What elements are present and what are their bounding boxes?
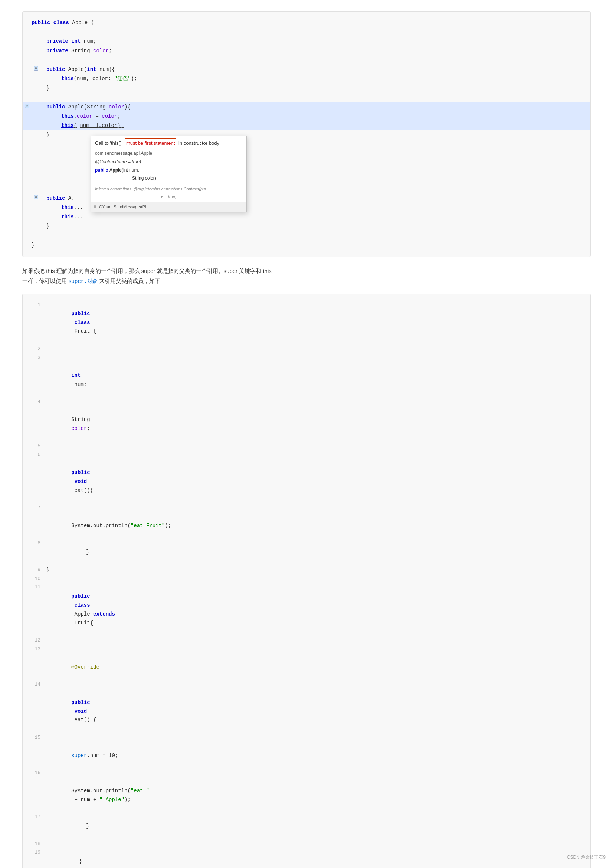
line-11: 11 public class Apple extends Fruit{ <box>30 583 583 636</box>
code-line-10: ⊙ public Apple(String color){ <box>23 102 590 112</box>
line-6: 6 public void eat(){ <box>30 451 583 504</box>
code-line-18: } <box>31 222 582 231</box>
tooltip-sig2: String color) <box>95 175 243 183</box>
prose-1-text1: 如果你把 this 理解为指向自身的一个引用，那么 super 就是指向父类的一… <box>22 268 272 274</box>
code-line-2 <box>31 28 582 37</box>
line-12: 12 <box>30 636 583 645</box>
line-2: 2 <box>30 345 583 354</box>
code-line-9 <box>31 93 582 102</box>
code-line-1: public class Apple { <box>31 18 582 28</box>
first-code-block: public class Apple { private int num; pr… <box>22 11 591 257</box>
line-4: 4 String color; <box>30 398 583 442</box>
line-7: 7 System.out.println("eat Fruit"); <box>30 504 583 539</box>
prose-1-inline-code: super.对象 <box>68 279 97 284</box>
code-line-11: this.color = color; <box>23 112 590 121</box>
code-line-12: this( num: 1,color); <box>23 121 590 130</box>
tooltip-inferred: Inferred annotations: @org.jetbrains.ann… <box>95 184 243 193</box>
tooltip-inferred2: e = true) <box>95 193 243 200</box>
prose-1-text3: 来引用父类的成员，如下 <box>99 278 160 284</box>
numbered-code: 1 public class Fruit { 2 3 int num; 4 <box>30 301 583 868</box>
line-18: 18 <box>30 840 583 849</box>
line-8: 8 } <box>30 539 583 566</box>
code-line-5 <box>31 56 582 65</box>
line-13: 13 @Override <box>30 645 583 680</box>
prose-1: 如果你把 this 理解为指向自身的一个引用，那么 super 就是指向父类的一… <box>22 266 591 286</box>
line-10: 10 <box>30 575 583 584</box>
code-line-17: this... <box>31 212 582 222</box>
line-1: 1 public class Fruit { <box>30 301 583 345</box>
line-14: 14 public void eat() { <box>30 680 583 734</box>
code-line-8: } <box>31 84 582 93</box>
code-line-6: ⊙ public Apple(int num){ <box>31 65 582 74</box>
tooltip-sig1: public Apple(int num, <box>95 166 243 175</box>
second-code-block: 1 public class Fruit { 2 3 int num; 4 <box>22 294 591 868</box>
tooltip-line1: Call to 'this()' must be first statement… <box>95 138 243 148</box>
code-line-20: } <box>31 240 582 250</box>
code-line-4: private String color; <box>31 46 582 56</box>
code-line-19 <box>31 231 582 240</box>
line-9: 9 } <box>30 566 583 575</box>
tooltip-api: com.sendmessage.api.Apple <box>95 150 243 158</box>
prose-1-text2: 一样，你可以使用 <box>22 278 67 284</box>
tooltip-footer: CYuan_SendMessageAPI <box>91 202 246 212</box>
line-19: 19 } <box>30 848 583 868</box>
tooltip-highlight: must be first statement <box>125 138 176 148</box>
tooltip-contract: @Contract(pure = true) <box>95 158 243 166</box>
code-line-3: private int num; <box>31 37 582 46</box>
line-15: 15 super.num = 10; <box>30 734 583 769</box>
line-17: 17 } <box>30 813 583 839</box>
line-5: 5 <box>30 442 583 451</box>
line-16: 16 System.out.println("eat " + num + " A… <box>30 769 583 813</box>
watermark: CSDN @金技玉石9 <box>567 854 605 860</box>
code-line-7: this(num, color: "红色"); <box>31 74 582 84</box>
line-3: 3 int num; <box>30 354 583 398</box>
